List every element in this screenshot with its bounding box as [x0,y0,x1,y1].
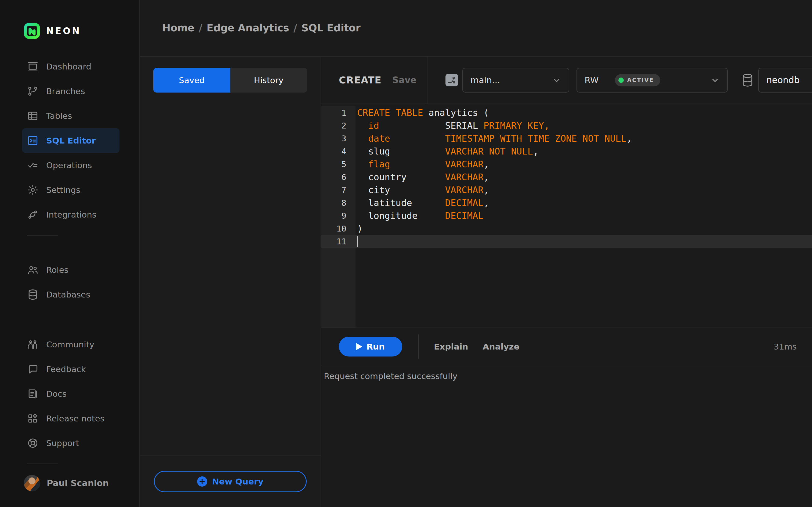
line-number: 2 [321,119,356,132]
chevron-down-icon [711,76,720,85]
breadcrumb-separator: / [294,22,297,34]
sidebar-item-label: Support [46,438,79,448]
sidebar-item-label: Databases [46,290,90,299]
support-icon [27,437,39,449]
branch-chip-button[interactable] [446,74,458,87]
code-text: flag VARCHAR, [356,158,812,171]
code-line-10: 10) [321,222,812,235]
results-area: Request completed successfully [321,365,812,507]
code-line-2: 2 id SERIAL PRIMARY KEY, [321,119,812,132]
code-text: latitude DECIMAL, [356,196,812,209]
code-text: ) [356,222,812,235]
sidebar: NEON DashboardBranchesTablesSQL EditorOp… [0,0,140,507]
sidebar-item-label: Integrations [46,210,96,219]
content: SavedHistory + New Query CREATE Save [140,57,812,507]
settings-icon [27,184,39,196]
sidebar-item-dashboard[interactable]: Dashboard [0,54,139,79]
analyze-button[interactable]: Analyze [483,342,520,351]
avatar [23,475,40,492]
code-line-11: 11 [321,235,812,248]
sidebar-item-label: Tables [46,111,72,121]
sidebar-item-support[interactable]: Support [0,431,139,455]
sidebar-item-community[interactable]: Community [0,332,139,357]
release-notes-icon [27,412,39,425]
brand-wordmark: NEON [46,26,81,36]
query-title: CREATE [339,74,382,86]
operations-icon [27,159,39,171]
query-duration: 31ms [774,342,797,351]
run-bar: Run Explain Analyze 31ms [321,328,812,365]
branches-icon [27,85,39,97]
code-text: id SERIAL PRIMARY KEY, [356,119,812,132]
feedback-icon [27,363,39,375]
sidebar-item-sql-editor[interactable]: SQL Editor [22,128,119,153]
sidebar-item-release-notes[interactable]: Release notes [0,406,139,431]
compute-select[interactable]: RW ACTIVE [576,68,728,93]
new-query-area: + New Query [140,455,321,507]
explain-button[interactable]: Explain [434,342,468,351]
databases-icon [27,289,39,300]
line-number: 6 [321,171,356,183]
breadcrumb-item-edge-analytics[interactable]: Edge Analytics [207,22,289,34]
run-label: Run [366,342,385,351]
branch-select-value: main... [470,75,500,85]
sql-code-editor[interactable]: 1CREATE TABLE analytics (2 id SERIAL PRI… [321,104,812,328]
code-text: slug VARCHAR NOT NULL, [356,145,812,158]
integrations-icon [27,209,39,221]
code-line-5: 5 flag VARCHAR, [321,158,812,171]
roles-icon [27,264,39,276]
line-number: 4 [321,145,356,158]
sidebar-item-databases[interactable]: Databases [0,282,139,307]
active-dot-icon [618,77,624,83]
sidebar-spacer [0,307,139,318]
sidebar-item-label: Feedback [46,364,86,374]
sidebar-nav-primary: DashboardBranchesTablesSQL EditorOperati… [0,54,139,227]
line-number: 11 [321,235,356,248]
database-icon [741,73,754,88]
code-line-6: 6 country VARCHAR, [321,171,812,183]
breadcrumb: Home/Edge Analytics/SQL Editor [162,22,361,34]
sidebar-item-branches[interactable]: Branches [0,79,139,104]
sidebar-item-docs[interactable]: Docs [0,382,139,406]
sidebar-item-operations[interactable]: Operations [0,153,139,178]
line-number: 8 [321,196,356,209]
compute-select-value: RW [585,75,599,85]
sidebar-nav-tertiary: CommunityFeedbackDocsRelease notesSuppor… [0,332,139,455]
sidebar-item-settings[interactable]: Settings [0,178,139,202]
community-icon [27,339,39,350]
chevron-down-icon [552,76,561,85]
code-line-1: 1CREATE TABLE analytics ( [321,106,812,119]
user-menu[interactable]: Paul Scanlon [0,472,139,507]
sidebar-item-roles[interactable]: Roles [0,258,139,282]
sidebar-divider [27,235,58,235]
code-line-3: 3 date TIMESTAMP WITH TIME ZONE NOT NULL… [321,132,812,145]
sidebar-item-label: Roles [46,265,68,275]
brand-logo[interactable]: NEON [0,0,139,40]
play-icon [356,343,362,350]
breadcrumb-item-home[interactable]: Home [162,22,194,34]
run-button[interactable]: Run [339,337,402,356]
divider [418,334,419,359]
neon-logo-icon [23,22,40,39]
sidebar-item-integrations[interactable]: Integrations [0,202,139,227]
breadcrumb-item-sql-editor[interactable]: SQL Editor [301,22,360,34]
docs-icon [27,388,39,400]
sql-editor-icon [27,135,39,147]
code-text: country VARCHAR, [356,171,812,183]
sidebar-item-label: Branches [46,87,85,96]
database-select[interactable]: neondb [758,68,812,93]
line-number: 1 [321,106,356,119]
sidebar-item-feedback[interactable]: Feedback [0,357,139,382]
code-line-9: 9 longitude DECIMAL [321,209,812,222]
tab-history[interactable]: History [231,68,307,93]
code-filler [321,248,812,328]
tab-saved[interactable]: Saved [153,68,231,93]
save-button[interactable]: Save [392,75,416,85]
sidebar-item-tables[interactable]: Tables [0,104,139,128]
new-query-button[interactable]: + New Query [154,471,307,492]
status-badge-label: ACTIVE [627,77,654,83]
line-number: 7 [321,183,356,196]
saved-history-tabs: SavedHistory [153,68,307,93]
code-text [356,235,812,248]
branch-select[interactable]: main... [462,68,569,93]
